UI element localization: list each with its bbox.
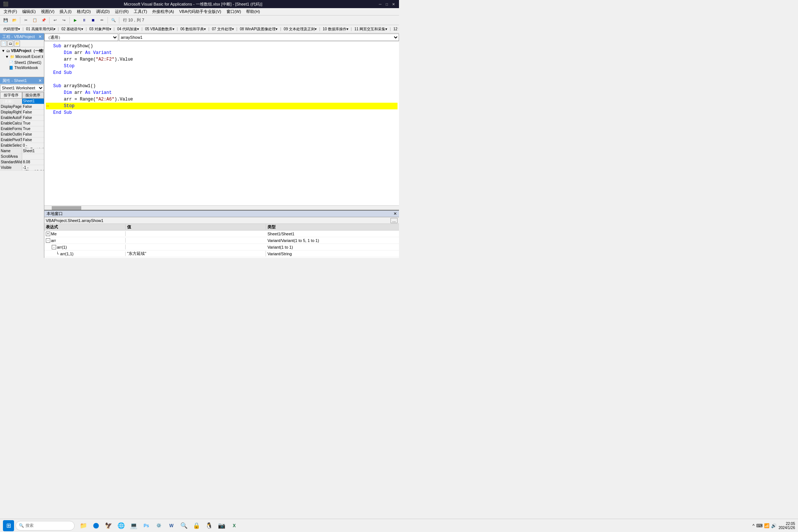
tb-open[interactable]: 📂 <box>10 16 18 24</box>
props-close-btn[interactable]: ✕ <box>38 78 42 83</box>
tb-redo[interactable]: ↪ <box>60 16 68 24</box>
props-row-name[interactable]: Name Sheet1 <box>0 149 44 154</box>
props-table: （名称） Sheet1 DisplayPageBreaks False Disp… <box>0 99 44 258</box>
addon-04[interactable]: 04 代码加速▾ <box>115 26 141 32</box>
tb-copy[interactable]: 📋 <box>31 16 39 24</box>
props-row-displayrighttoleft[interactable]: DisplayRightToLeft False <box>0 110 44 115</box>
menu-edit[interactable]: 编辑(E) <box>20 8 38 15</box>
locals-row-arr11[interactable]: └ arr(1,1) "东方延续" Variant/String <box>44 250 399 257</box>
tb-save[interactable]: 💾 <box>1 16 10 24</box>
props-row-visible[interactable]: Visible -1 - xlSheetVisible <box>0 165 44 171</box>
locals-row-arr2[interactable]: - arr(2) Variant(1 to 1) <box>44 257 399 258</box>
props-row-displaypagebreaks[interactable]: DisplayPageBreaks False <box>0 104 44 110</box>
project-title: 工程 - VBAProject <box>2 34 35 40</box>
addon-10[interactable]: 10 数据库操作▾ <box>321 26 350 32</box>
minimize-btn[interactable]: ─ <box>378 1 383 7</box>
code-editor[interactable]: Sub arrayShow() Dim arr As Variant arr =… <box>44 41 399 205</box>
excel-objects-folder[interactable]: ▼ 📁 Microsoft Excel 对象 <box>1 54 43 60</box>
props-row-scrollarea[interactable]: ScrollArea <box>0 154 44 160</box>
menu-addins[interactable]: 外接程序(A) <box>150 8 176 15</box>
code-line-11: End Sub <box>46 109 398 116</box>
proj-toggle-folders[interactable]: 📁 <box>14 41 20 47</box>
close-btn[interactable]: ✕ <box>391 1 396 7</box>
addon-11[interactable]: 11 网页交互和采集▾ <box>352 26 389 32</box>
menu-vba-helper[interactable]: VBA代码助手专业版(V) <box>177 8 224 15</box>
toolbar1: 💾 📂 ✂ 📋 📌 ↩ ↪ ▶ ⏸ ⏹ ✏ 🔍 行 10，列 7 <box>0 16 399 25</box>
addon-02[interactable]: 02 基础语句▾ <box>59 26 85 32</box>
tb-find[interactable]: 🔍 <box>109 16 117 24</box>
tb-break[interactable]: ⏸ <box>80 16 88 24</box>
locals-close-btn[interactable]: ✕ <box>393 211 397 216</box>
props-row-enablecalculation[interactable]: EnableCalculation True <box>0 121 44 126</box>
col-type-header: 类型 <box>266 224 399 230</box>
props-tab-category[interactable]: 按分类序 <box>22 92 44 98</box>
menu-window[interactable]: 窗口(W) <box>224 8 243 15</box>
props-header: 属性 - Sheet1 ✕ <box>0 77 44 84</box>
tb-design[interactable]: ✏ <box>98 16 106 24</box>
col-val-header: 值 <box>126 224 266 230</box>
locals-title: 本地窗口 <box>47 211 63 216</box>
sheet1-item[interactable]: 📄 Sheet1 (Sheet1) <box>1 60 43 65</box>
code-editor-header: （通用） arrayShow1 <box>44 33 399 41</box>
props-object-select[interactable]: Sheet1 Worksheet <box>0 85 44 91</box>
thisworkbook-item[interactable]: 📘 ThisWorkbook <box>1 65 43 70</box>
procedure-select[interactable]: arrayShow1 <box>119 34 399 41</box>
locals-panel: 本地窗口 ✕ VBAProject.Sheet1.arrayShow1 ... … <box>44 210 399 258</box>
menu-insert[interactable]: 插入(I) <box>57 8 74 15</box>
code-line-6 <box>46 76 398 83</box>
maximize-btn[interactable]: □ <box>384 1 389 7</box>
module-select[interactable]: （通用） <box>44 34 118 41</box>
addon-07[interactable]: 07 文件处理▾ <box>210 26 236 32</box>
menu-view[interactable]: 视图(V) <box>39 8 57 15</box>
code-line-2: Dim arr As Variant <box>46 50 398 56</box>
addon-05[interactable]: 05 VBA函数数库▾ <box>143 26 176 32</box>
project-close-btn[interactable]: ✕ <box>38 34 42 39</box>
tb-paste[interactable]: 📌 <box>40 16 48 24</box>
locals-row-arr[interactable]: - arr Variant/Variant(1 to 5, 1 to 1) <box>44 237 399 244</box>
addon-08[interactable]: 08 WinAPI及图像处理▾ <box>238 26 279 32</box>
props-row-name[interactable]: （名称） Sheet1 <box>0 99 44 104</box>
props-row-enableoutlining[interactable]: EnableOutlining False <box>0 132 44 137</box>
props-row-enableselection[interactable]: EnableSelection 0 - xlNoRestrictions <box>0 143 44 149</box>
locals-row-me[interactable]: + Me Sheet1/Sheet1 <box>44 231 399 237</box>
addon-01[interactable]: 01 高频常用代码▾ <box>24 26 57 32</box>
tb-run[interactable]: ▶ <box>71 16 79 24</box>
arr-expand-btn[interactable]: - <box>46 238 50 243</box>
locals-row-arr1[interactable]: - arr(1) Variant(1 to 1) <box>44 244 399 250</box>
addon-03[interactable]: 03 对象声明▾ <box>88 26 113 32</box>
col-expr-header: 表达式 <box>44 224 126 230</box>
menu-run[interactable]: 运行(R) <box>113 8 131 15</box>
menu-format[interactable]: 格式(O) <box>75 8 93 15</box>
code-scrollbar[interactable] <box>44 205 399 210</box>
addon-09[interactable]: 09 文本处理及正则▾ <box>282 26 318 32</box>
me-expand-btn[interactable]: + <box>46 232 50 236</box>
arr1-expand-btn[interactable]: - <box>52 245 56 249</box>
code-line-4: Stop <box>46 63 398 69</box>
addon-06[interactable]: 06 数组和字典▾ <box>178 26 208 32</box>
props-row-standardwidth[interactable]: StandardWidth 8.08 <box>0 160 44 165</box>
menu-bar: 文件(F) 编辑(E) 视图(V) 插入(I) 格式(O) 调试(D) 运行(R… <box>0 8 399 16</box>
tb-undo[interactable]: ↩ <box>51 16 59 24</box>
menu-debug[interactable]: 调试(D) <box>94 8 112 15</box>
project-root[interactable]: ▼ 🗂 VBAProject（一维数组.xlsx） <box>1 48 43 54</box>
tb-cut[interactable]: ✂ <box>22 16 30 24</box>
h-scroll-thumb[interactable] <box>52 206 81 210</box>
menu-tools[interactable]: 工具(T) <box>132 8 149 15</box>
code-line-7: Sub arrayShow1() <box>46 83 398 89</box>
props-row-enableautofilter[interactable]: EnableAutoFilter False <box>0 115 44 121</box>
menu-file[interactable]: 文件(F) <box>1 8 19 15</box>
addon-code-mgr[interactable]: 代码管理▾ <box>1 26 22 32</box>
h-scroll-track[interactable] <box>52 206 59 210</box>
props-panel: 属性 - Sheet1 ✕ Sheet1 Worksheet 按字母序 按分类序… <box>0 77 44 258</box>
locals-header-row: 表达式 值 类型 <box>44 224 399 231</box>
locals-more-btn[interactable]: ... <box>391 218 398 223</box>
props-tab-alpha[interactable]: 按字母序 <box>0 92 22 98</box>
proj-view-code[interactable]: 📄 <box>1 41 7 47</box>
menu-help[interactable]: 帮助(H) <box>244 8 262 15</box>
addon-12[interactable]: 12 算法▾ <box>392 26 399 32</box>
proj-view-obj[interactable]: 🗂 <box>7 41 13 47</box>
row-col-label: 行 10，列 7 <box>121 17 146 23</box>
tb-reset[interactable]: ⏹ <box>89 16 97 24</box>
props-row-enablepivottable[interactable]: EnablePivotTable False <box>0 137 44 143</box>
props-row-enableformatcondition[interactable]: EnableFormatCondition True <box>0 126 44 132</box>
